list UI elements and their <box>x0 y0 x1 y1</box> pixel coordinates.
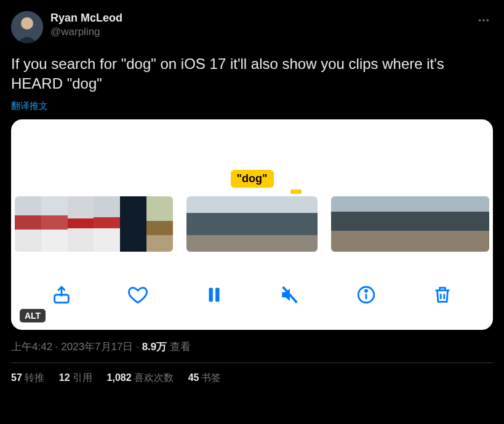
timeline-frame <box>384 196 410 252</box>
author-name[interactable]: Ryan McLeod <box>50 11 122 25</box>
timeline-frame <box>41 196 68 252</box>
timeline-frame <box>120 196 146 252</box>
video-toolbar <box>11 277 493 313</box>
svg-point-4 <box>487 19 489 22</box>
timeline-frame <box>68 196 94 252</box>
quotes-stat[interactable]: 12引用 <box>59 372 92 385</box>
more-icon[interactable] <box>474 11 493 33</box>
quotes-count: 12 <box>59 372 70 383</box>
quotes-label: 引用 <box>73 372 92 383</box>
tweet-time[interactable]: 上午4:42 <box>11 341 52 353</box>
likes-label: 喜欢次数 <box>134 372 174 383</box>
pause-icon[interactable] <box>202 282 226 307</box>
timeline-frame <box>239 196 265 252</box>
user-info: Ryan McLeod @warpling <box>50 11 122 39</box>
views-count: 8.9万 <box>142 341 167 353</box>
author-handle[interactable]: @warpling <box>50 25 122 39</box>
timeline-frame <box>331 196 358 252</box>
likes-stat[interactable]: 1,082喜欢次数 <box>107 372 174 385</box>
clip-group[interactable] <box>186 196 318 252</box>
svg-point-11 <box>366 290 367 292</box>
retweets-count: 57 <box>11 372 22 383</box>
tweet-meta: 上午4:42 · 2023年7月17日 · 8.9万 查看 <box>11 340 493 354</box>
video-timeline[interactable] <box>11 196 493 252</box>
timeline-frame <box>265 196 292 252</box>
timeline-frame <box>463 196 489 252</box>
meta-separator: · <box>133 341 142 353</box>
timeline-frame <box>186 196 213 252</box>
retweets-stat[interactable]: 57转推 <box>11 372 44 385</box>
timeline-marker <box>290 190 302 194</box>
clip-group[interactable] <box>15 196 173 252</box>
timeline-frame <box>436 196 463 252</box>
media-card[interactable]: "dog" <box>11 119 493 330</box>
info-icon[interactable] <box>354 282 378 307</box>
svg-rect-7 <box>215 287 219 302</box>
timeline-frame <box>410 196 437 252</box>
likes-count: 1,082 <box>107 372 132 383</box>
tweet-text: If you search for "dog" on iOS 17 it'll … <box>11 54 493 94</box>
alt-badge[interactable]: ALT <box>20 309 46 322</box>
tweet-stats: 57转推 12引用 1,082喜欢次数 45书签 <box>11 363 493 385</box>
meta-separator: · <box>52 341 61 353</box>
search-tooltip: "dog" <box>230 170 273 188</box>
svg-point-3 <box>482 19 485 22</box>
svg-point-1 <box>21 17 33 30</box>
tweet-date[interactable]: 2023年7月17日 <box>61 341 133 353</box>
timeline-frame <box>292 196 318 252</box>
bookmarks-label: 书签 <box>201 372 221 383</box>
views-label: 查看 <box>167 341 191 353</box>
trash-icon[interactable] <box>430 282 455 307</box>
timeline-frame <box>94 196 120 252</box>
timeline-frame <box>15 196 41 252</box>
svg-rect-6 <box>209 287 212 302</box>
timeline-frame <box>146 196 173 252</box>
translate-link[interactable]: 翻译推文 <box>11 100 48 112</box>
bookmarks-stat[interactable]: 45书签 <box>188 372 222 385</box>
avatar[interactable] <box>11 11 43 43</box>
heart-icon[interactable] <box>126 282 150 307</box>
mute-icon[interactable] <box>278 282 302 307</box>
svg-point-2 <box>479 19 481 22</box>
clip-group[interactable] <box>331 196 489 252</box>
bookmarks-count: 45 <box>188 372 199 383</box>
timeline-frame <box>358 196 384 252</box>
tweet-header: Ryan McLeod @warpling <box>11 11 493 43</box>
timeline-frame <box>212 196 239 252</box>
share-icon[interactable] <box>49 282 74 307</box>
tweet-container: Ryan McLeod @warpling If you search for … <box>0 0 504 391</box>
retweets-label: 转推 <box>25 372 44 383</box>
